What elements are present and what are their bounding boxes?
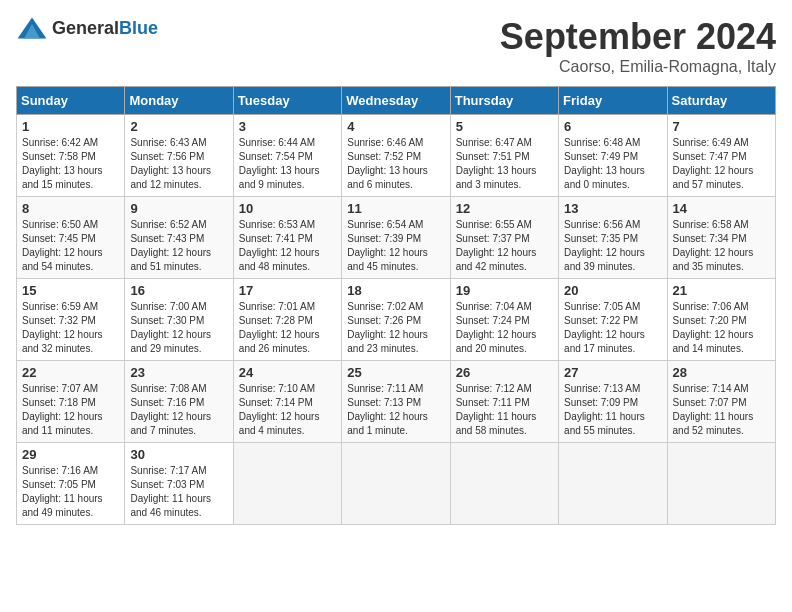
day-info: Sunrise: 6:50 AM Sunset: 7:45 PM Dayligh…: [22, 218, 119, 274]
day-info: Sunrise: 6:56 AM Sunset: 7:35 PM Dayligh…: [564, 218, 661, 274]
calendar-cell: 30Sunrise: 7:17 AM Sunset: 7:03 PM Dayli…: [125, 443, 233, 525]
calendar-cell: 2Sunrise: 6:43 AM Sunset: 7:56 PM Daylig…: [125, 115, 233, 197]
calendar-cell: 22Sunrise: 7:07 AM Sunset: 7:18 PM Dayli…: [17, 361, 125, 443]
header: GeneralBlue September 2024 Caorso, Emili…: [16, 16, 776, 76]
calendar-cell: [450, 443, 558, 525]
week-row-3: 22Sunrise: 7:07 AM Sunset: 7:18 PM Dayli…: [17, 361, 776, 443]
header-tuesday: Tuesday: [233, 87, 341, 115]
calendar-cell: 28Sunrise: 7:14 AM Sunset: 7:07 PM Dayli…: [667, 361, 775, 443]
calendar-cell: 13Sunrise: 6:56 AM Sunset: 7:35 PM Dayli…: [559, 197, 667, 279]
day-number: 6: [564, 119, 661, 134]
header-wednesday: Wednesday: [342, 87, 450, 115]
day-info: Sunrise: 6:54 AM Sunset: 7:39 PM Dayligh…: [347, 218, 444, 274]
day-info: Sunrise: 6:42 AM Sunset: 7:58 PM Dayligh…: [22, 136, 119, 192]
day-number: 12: [456, 201, 553, 216]
day-info: Sunrise: 6:59 AM Sunset: 7:32 PM Dayligh…: [22, 300, 119, 356]
day-number: 30: [130, 447, 227, 462]
day-number: 19: [456, 283, 553, 298]
calendar-cell: [667, 443, 775, 525]
day-number: 7: [673, 119, 770, 134]
calendar-cell: 29Sunrise: 7:16 AM Sunset: 7:05 PM Dayli…: [17, 443, 125, 525]
header-thursday: Thursday: [450, 87, 558, 115]
header-monday: Monday: [125, 87, 233, 115]
day-number: 3: [239, 119, 336, 134]
day-info: Sunrise: 6:53 AM Sunset: 7:41 PM Dayligh…: [239, 218, 336, 274]
header-friday: Friday: [559, 87, 667, 115]
calendar-table: SundayMondayTuesdayWednesdayThursdayFrid…: [16, 86, 776, 525]
day-number: 9: [130, 201, 227, 216]
day-info: Sunrise: 7:14 AM Sunset: 7:07 PM Dayligh…: [673, 382, 770, 438]
calendar-cell: 15Sunrise: 6:59 AM Sunset: 7:32 PM Dayli…: [17, 279, 125, 361]
logo: GeneralBlue: [16, 16, 158, 40]
day-number: 29: [22, 447, 119, 462]
logo-text: GeneralBlue: [52, 18, 158, 39]
week-row-1: 8Sunrise: 6:50 AM Sunset: 7:45 PM Daylig…: [17, 197, 776, 279]
day-number: 11: [347, 201, 444, 216]
day-info: Sunrise: 7:05 AM Sunset: 7:22 PM Dayligh…: [564, 300, 661, 356]
day-info: Sunrise: 6:47 AM Sunset: 7:51 PM Dayligh…: [456, 136, 553, 192]
day-info: Sunrise: 7:10 AM Sunset: 7:14 PM Dayligh…: [239, 382, 336, 438]
day-number: 20: [564, 283, 661, 298]
day-info: Sunrise: 7:07 AM Sunset: 7:18 PM Dayligh…: [22, 382, 119, 438]
week-row-0: 1Sunrise: 6:42 AM Sunset: 7:58 PM Daylig…: [17, 115, 776, 197]
day-info: Sunrise: 6:48 AM Sunset: 7:49 PM Dayligh…: [564, 136, 661, 192]
day-number: 2: [130, 119, 227, 134]
day-info: Sunrise: 7:02 AM Sunset: 7:26 PM Dayligh…: [347, 300, 444, 356]
day-info: Sunrise: 7:08 AM Sunset: 7:16 PM Dayligh…: [130, 382, 227, 438]
calendar-cell: 8Sunrise: 6:50 AM Sunset: 7:45 PM Daylig…: [17, 197, 125, 279]
day-info: Sunrise: 7:12 AM Sunset: 7:11 PM Dayligh…: [456, 382, 553, 438]
day-info: Sunrise: 7:16 AM Sunset: 7:05 PM Dayligh…: [22, 464, 119, 520]
calendar-cell: 11Sunrise: 6:54 AM Sunset: 7:39 PM Dayli…: [342, 197, 450, 279]
day-number: 26: [456, 365, 553, 380]
day-number: 22: [22, 365, 119, 380]
calendar-cell: 14Sunrise: 6:58 AM Sunset: 7:34 PM Dayli…: [667, 197, 775, 279]
calendar-header-row: SundayMondayTuesdayWednesdayThursdayFrid…: [17, 87, 776, 115]
day-info: Sunrise: 6:58 AM Sunset: 7:34 PM Dayligh…: [673, 218, 770, 274]
day-number: 13: [564, 201, 661, 216]
logo-icon: [16, 16, 48, 40]
calendar-cell: 17Sunrise: 7:01 AM Sunset: 7:28 PM Dayli…: [233, 279, 341, 361]
day-number: 18: [347, 283, 444, 298]
day-number: 24: [239, 365, 336, 380]
day-number: 17: [239, 283, 336, 298]
logo-general: General: [52, 18, 119, 38]
day-number: 23: [130, 365, 227, 380]
header-saturday: Saturday: [667, 87, 775, 115]
calendar-cell: 21Sunrise: 7:06 AM Sunset: 7:20 PM Dayli…: [667, 279, 775, 361]
week-row-4: 29Sunrise: 7:16 AM Sunset: 7:05 PM Dayli…: [17, 443, 776, 525]
calendar-cell: 10Sunrise: 6:53 AM Sunset: 7:41 PM Dayli…: [233, 197, 341, 279]
calendar-cell: 18Sunrise: 7:02 AM Sunset: 7:26 PM Dayli…: [342, 279, 450, 361]
calendar-cell: 9Sunrise: 6:52 AM Sunset: 7:43 PM Daylig…: [125, 197, 233, 279]
day-info: Sunrise: 6:55 AM Sunset: 7:37 PM Dayligh…: [456, 218, 553, 274]
day-number: 4: [347, 119, 444, 134]
logo-blue: Blue: [119, 18, 158, 38]
day-info: Sunrise: 7:00 AM Sunset: 7:30 PM Dayligh…: [130, 300, 227, 356]
calendar-cell: 20Sunrise: 7:05 AM Sunset: 7:22 PM Dayli…: [559, 279, 667, 361]
week-row-2: 15Sunrise: 6:59 AM Sunset: 7:32 PM Dayli…: [17, 279, 776, 361]
subtitle: Caorso, Emilia-Romagna, Italy: [500, 58, 776, 76]
calendar-cell: 19Sunrise: 7:04 AM Sunset: 7:24 PM Dayli…: [450, 279, 558, 361]
day-number: 15: [22, 283, 119, 298]
calendar-cell: 5Sunrise: 6:47 AM Sunset: 7:51 PM Daylig…: [450, 115, 558, 197]
day-info: Sunrise: 6:44 AM Sunset: 7:54 PM Dayligh…: [239, 136, 336, 192]
day-info: Sunrise: 6:43 AM Sunset: 7:56 PM Dayligh…: [130, 136, 227, 192]
calendar-cell: 23Sunrise: 7:08 AM Sunset: 7:16 PM Dayli…: [125, 361, 233, 443]
day-info: Sunrise: 7:01 AM Sunset: 7:28 PM Dayligh…: [239, 300, 336, 356]
calendar-cell: 6Sunrise: 6:48 AM Sunset: 7:49 PM Daylig…: [559, 115, 667, 197]
day-number: 21: [673, 283, 770, 298]
day-number: 1: [22, 119, 119, 134]
day-number: 25: [347, 365, 444, 380]
calendar-cell: [233, 443, 341, 525]
day-info: Sunrise: 7:06 AM Sunset: 7:20 PM Dayligh…: [673, 300, 770, 356]
calendar-cell: 25Sunrise: 7:11 AM Sunset: 7:13 PM Dayli…: [342, 361, 450, 443]
calendar-cell: 3Sunrise: 6:44 AM Sunset: 7:54 PM Daylig…: [233, 115, 341, 197]
day-number: 16: [130, 283, 227, 298]
calendar-cell: 27Sunrise: 7:13 AM Sunset: 7:09 PM Dayli…: [559, 361, 667, 443]
calendar-cell: [559, 443, 667, 525]
day-info: Sunrise: 7:13 AM Sunset: 7:09 PM Dayligh…: [564, 382, 661, 438]
title-area: September 2024 Caorso, Emilia-Romagna, I…: [500, 16, 776, 76]
calendar-cell: 12Sunrise: 6:55 AM Sunset: 7:37 PM Dayli…: [450, 197, 558, 279]
day-number: 5: [456, 119, 553, 134]
day-info: Sunrise: 6:52 AM Sunset: 7:43 PM Dayligh…: [130, 218, 227, 274]
calendar-cell: 4Sunrise: 6:46 AM Sunset: 7:52 PM Daylig…: [342, 115, 450, 197]
